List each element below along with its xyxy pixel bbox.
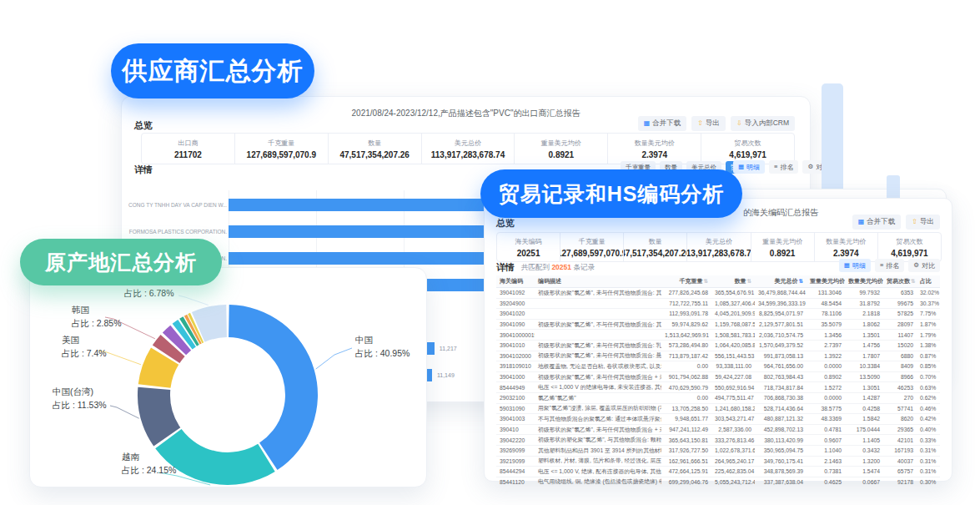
table-cell: 59,974,829.62 bbox=[661, 321, 711, 327]
sort-icon[interactable]: ⇅ bbox=[704, 278, 708, 284]
table-cell: 29032100 bbox=[496, 395, 535, 401]
sort-icon[interactable]: ⇅ bbox=[747, 278, 751, 284]
view-tab[interactable]: ⚙对比 bbox=[908, 259, 940, 272]
column-header: 重量美元均价 bbox=[807, 277, 845, 285]
merge-download-button[interactable]: ▦合并下载 bbox=[638, 116, 687, 131]
table-cell: 0.46% bbox=[917, 406, 940, 412]
table-row: 39041000初级形状的聚"氯乙烯", 未与任何其他物质混合 + 未携带任何标… bbox=[496, 372, 940, 383]
column-header[interactable]: 美元总价⇅ bbox=[755, 277, 807, 285]
table-cell: 0.30% bbox=[917, 479, 940, 485]
supplier-toolbar: ▦合并下载⇧导出⇩导入内部CRM bbox=[638, 116, 795, 131]
table-cell: 365,554,676.91 bbox=[711, 290, 755, 295]
sort-icon[interactable]: ⇅ bbox=[911, 278, 915, 284]
table-cell: 1,508,581,783.17 bbox=[711, 332, 755, 338]
table-cell: 32.02% bbox=[917, 290, 940, 295]
grid-view-icon: ▦ bbox=[844, 262, 850, 269]
table-row: 39269099其他塑料制品和品目 3901 至 3914 所列的其他材料制品 … bbox=[496, 446, 940, 457]
table-cell: 57825 bbox=[883, 311, 917, 316]
table-cell: 0.70% bbox=[917, 374, 940, 380]
trade-detail-row: 详情 共匹配到 20251 条记录 bbox=[496, 261, 595, 274]
callout-country-name: 美国 bbox=[62, 333, 107, 346]
table-cell: 1.3051 bbox=[845, 385, 883, 391]
sort-icon[interactable]: ⇅ bbox=[799, 278, 803, 284]
table-cell: 0.63% bbox=[917, 385, 940, 391]
table-cell: 1.79% bbox=[917, 332, 940, 338]
table-cell: 39204900 bbox=[496, 300, 535, 306]
table-cell: 964,761,656.00 bbox=[755, 363, 807, 369]
column-header: 编码描述 bbox=[535, 277, 661, 285]
totals-value: 2.3974 bbox=[833, 249, 859, 258]
table-cell: 348,878,569.39 bbox=[755, 468, 807, 474]
totals-cell: 数量美元均价2.3974 bbox=[815, 233, 878, 261]
table-cell: 0.00 bbox=[661, 363, 711, 369]
callout-country-name: 中国(台湾) bbox=[53, 385, 107, 398]
button-label: 导出 bbox=[706, 119, 720, 129]
match-count: 20251 bbox=[551, 263, 571, 271]
view-tab[interactable]: ▦明细 bbox=[733, 160, 765, 174]
bar-category-label: CONG TY TNHH DAY VA CAP DIEN W... bbox=[128, 199, 227, 211]
export-icon: ⇧ bbox=[697, 120, 703, 127]
table-cell: 48.5454 bbox=[807, 300, 845, 306]
table-row: 39204900712,722,755.111,085,327,406.4234… bbox=[496, 299, 940, 310]
column-header[interactable]: 贸易次数⇅ bbox=[883, 277, 917, 285]
merge-download-icon: ▦ bbox=[644, 120, 651, 127]
button-label: 合并下载 bbox=[652, 119, 681, 129]
trade-toolbar: ▦合并下载⇧导出 bbox=[852, 215, 940, 230]
column-header[interactable]: 数量⇅ bbox=[711, 277, 755, 285]
button-label: 导入内部CRM bbox=[745, 119, 789, 129]
view-tab[interactable]: ≡排名 bbox=[769, 160, 798, 174]
table-cell: 1.5474 bbox=[845, 468, 883, 474]
table-cell: 1,570,649,379.52 bbox=[755, 342, 807, 348]
export-button[interactable]: ⇧导出 bbox=[691, 116, 726, 131]
trade-overview-label: 总览 bbox=[496, 217, 515, 230]
view-tab[interactable]: ≡排名 bbox=[875, 259, 904, 272]
table-cell: 2,587,336.00 bbox=[711, 427, 755, 432]
table-cell: 470,629,590.79 bbox=[661, 385, 711, 391]
table-cell: 初级形状的聚"氯乙烯", 未与任何其他物质混合 + 未携带任何标签 + bbox=[535, 373, 661, 381]
table-cell: 85444294 bbox=[496, 468, 535, 474]
callout-country-name: 中国 bbox=[355, 333, 410, 346]
table-row: 85444949电压 <= 1,000 V 的绝缘电导体, 未安装连接器, 其他… bbox=[496, 382, 940, 393]
table-row: 39041003不与其他物质混合的聚氯乙烯: 通过本体或悬浮聚合工艺获得的聚氯乙… bbox=[496, 414, 940, 425]
donut-callout: 越南占比 : 24.15% bbox=[122, 450, 176, 477]
table-cell: 452,898,702.13 bbox=[755, 427, 807, 432]
table-cell: 991,873,058.13 bbox=[755, 353, 807, 359]
table-cell: 39041090 bbox=[496, 321, 535, 327]
table-cell: 1.8062 bbox=[845, 321, 883, 327]
table-cell: 350,965,094.75 bbox=[755, 447, 807, 453]
totals-label: 千克重量 bbox=[268, 139, 294, 148]
table-cell: 99.7932 bbox=[845, 290, 883, 295]
table-cell: 28097 bbox=[883, 321, 917, 327]
table-cell: 1.5842 bbox=[845, 416, 883, 422]
table-cell: 初级形状的聚"氯乙烯", 未与任何其他物质混合 + 未携带任何标签 + bbox=[535, 426, 661, 434]
import-crm-button[interactable]: ⇩导入内部CRM bbox=[731, 116, 795, 131]
table-cell: 8409 bbox=[883, 363, 917, 369]
view-tab-label: 排名 bbox=[886, 261, 899, 270]
column-header[interactable]: 千克重量⇅ bbox=[661, 277, 711, 285]
totals-value: 113,917,283,678.74 bbox=[687, 249, 751, 258]
donut-callout: 中国占比 : 40.95% bbox=[355, 333, 410, 360]
table-cell: 0.87% bbox=[917, 353, 940, 359]
totals-cell: 贸易次数4,619,971 bbox=[878, 233, 941, 261]
table-cell: 59,424,227.08 bbox=[711, 374, 755, 380]
merge-download-button[interactable]: ▦合并下载 bbox=[852, 215, 902, 230]
table-cell: 1.7807 bbox=[845, 353, 883, 359]
totals-cell: 重量美元均价0.8921 bbox=[751, 233, 815, 261]
export-button[interactable]: ⇧导出 bbox=[906, 215, 940, 230]
callout-country-name: 越南 bbox=[122, 450, 176, 463]
table-cell: 48.3369 bbox=[807, 416, 845, 422]
table-cell: 0.3432 bbox=[845, 447, 883, 453]
donut-callout: 韩国占比 : 2.85% bbox=[72, 303, 122, 330]
table-cell: 8,825,954,071.97 bbox=[755, 311, 807, 316]
table-cell: 65757 bbox=[883, 468, 917, 474]
donut-slice[interactable] bbox=[229, 305, 318, 470]
table-cell: 初级形状的聚"氯乙烯", 未与任何其他物质混合: 乳液级 PVC 树脂/PV.. bbox=[535, 341, 661, 350]
table-row: 39041010初级形状的聚"氯乙烯", 未与任何其他物质混合: 乳液级 PVC… bbox=[496, 341, 940, 351]
bar-value-label: 11,217 bbox=[440, 342, 457, 355]
callout-line bbox=[178, 295, 209, 305]
callout-percent: 占比 : 11.53% bbox=[53, 398, 107, 412]
table-cell: 0.4258 bbox=[845, 406, 883, 412]
view-tab[interactable]: ▦明细 bbox=[839, 259, 871, 272]
table-cell: 303,543,271.47 bbox=[711, 416, 755, 422]
merge-download-icon: ▦ bbox=[858, 219, 865, 225]
